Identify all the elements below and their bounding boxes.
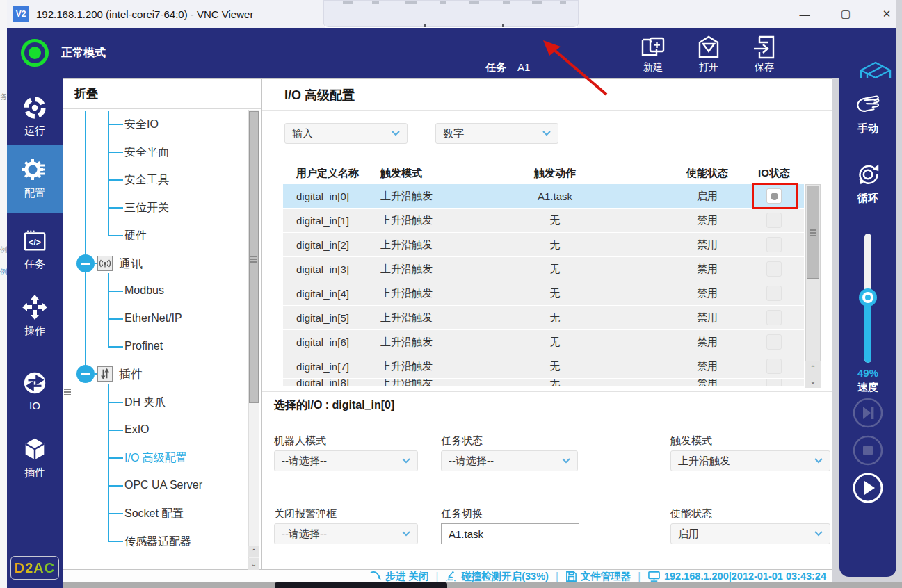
topbar-action-new[interactable]: 新建 bbox=[628, 33, 678, 74]
skip-next-button[interactable] bbox=[852, 397, 884, 429]
table-row-6[interactable]: digital_in[6]上升沿触发无禁用 bbox=[283, 330, 804, 354]
network-clock-status[interactable]: 192.168.1.200|2012-01-01 03:43:24 bbox=[647, 571, 826, 582]
statusbar-item-text: 步进 关闭 bbox=[385, 570, 428, 583]
table-row-3[interactable]: digital_in[3]上升沿触发无禁用 bbox=[283, 257, 804, 281]
tree-item-----[interactable]: 三位开关 bbox=[124, 201, 169, 215]
plugin-node-icon bbox=[97, 366, 113, 382]
table-row-0[interactable]: digital_in[0]上升沿触发A1.task启用 bbox=[283, 184, 804, 208]
tree-scroll-up-button[interactable]: ⌃ bbox=[248, 546, 259, 557]
table-row-1[interactable]: digital_in[1]上升沿触发无禁用 bbox=[283, 209, 804, 232]
table-scroll-up-button[interactable]: ⌃ bbox=[805, 361, 821, 375]
tree-item-profinet[interactable]: Profinet bbox=[124, 340, 163, 352]
chevron-down-icon bbox=[814, 531, 823, 537]
sidebar-item-config[interactable]: 配置 bbox=[7, 145, 63, 213]
tree-item-socket---[interactable]: Socket 配置 bbox=[124, 507, 184, 521]
sidebar-item-task[interactable]: </>任务 bbox=[7, 222, 63, 278]
tree-item-ethernet-ip[interactable]: EtherNet/IP bbox=[124, 312, 182, 325]
tree-connector-line bbox=[108, 430, 123, 431]
field-value: 上升沿触发 bbox=[678, 455, 730, 468]
play-button[interactable] bbox=[852, 472, 884, 504]
speed-slider-handle[interactable] bbox=[859, 288, 877, 307]
close-alarm-popup-select[interactable]: --请选择-- bbox=[274, 523, 418, 544]
maximize-button[interactable]: ▢ bbox=[830, 0, 862, 28]
stop-icon bbox=[852, 434, 884, 466]
io-status-row-6[interactable] bbox=[766, 334, 782, 350]
tree-collapse-toggle[interactable] bbox=[76, 365, 95, 383]
statusbar-item-text: 碰撞检测开启(33%) bbox=[461, 570, 549, 583]
io-status-row-3[interactable] bbox=[766, 261, 782, 277]
tree-collapse-toggle[interactable] bbox=[76, 254, 95, 272]
minimize-button[interactable]: — bbox=[789, 0, 821, 28]
table-scroll-down-button[interactable]: ⌄ bbox=[805, 375, 821, 388]
chevron-down-icon bbox=[402, 531, 410, 537]
cell-trigger-action: 无 bbox=[467, 233, 643, 256]
tree-node-plugin[interactable]: 插件 bbox=[119, 366, 143, 382]
tree-node-comm[interactable]: 通讯 bbox=[119, 256, 143, 272]
tree-item-opc-ua-server[interactable]: OPC UA Server bbox=[124, 479, 202, 491]
robot-mode-select[interactable]: --请选择-- bbox=[274, 450, 418, 471]
io-status-row-7[interactable] bbox=[766, 359, 782, 374]
collision-detect-toggle[interactable]: 碰撞检测开启(33%) bbox=[445, 570, 549, 583]
io-status-row-8[interactable] bbox=[766, 379, 782, 386]
tree-item-----[interactable]: 安全平面 bbox=[124, 145, 169, 160]
selected-io-label: 选择的I/O : digital_in[0] bbox=[274, 398, 394, 413]
io-status-row-1[interactable] bbox=[766, 213, 782, 228]
io-direction-select[interactable]: 输入 bbox=[284, 123, 408, 144]
enable-state-select[interactable]: 启用 bbox=[670, 523, 830, 544]
close-alarm-popup-label: 关闭报警弹框 bbox=[274, 507, 337, 521]
tree-item-dh---[interactable]: DH 夹爪 bbox=[124, 395, 166, 410]
tree-scroll-down-button[interactable]: ⌄ bbox=[248, 558, 259, 570]
io-status-row-5[interactable] bbox=[766, 310, 782, 325]
task-switch-input[interactable]: A1.task bbox=[441, 523, 579, 544]
table-row-2[interactable]: digital_in[2]上升沿触发无禁用 bbox=[283, 233, 804, 256]
tree-item-modbus[interactable]: Modbus bbox=[124, 284, 164, 297]
sidebar-item-run[interactable]: 运行 bbox=[7, 89, 63, 145]
table-scrollbar-thumb[interactable] bbox=[807, 186, 819, 279]
d2ac-badge[interactable]: D2AC bbox=[10, 556, 59, 580]
comm-icon bbox=[97, 256, 113, 271]
tree-item---io[interactable]: 安全IO bbox=[124, 117, 159, 132]
table-row-7[interactable]: digital_in[7]上升沿触发无禁用 bbox=[283, 354, 804, 378]
sidebar-item-io[interactable]: IO bbox=[7, 364, 63, 420]
file-manager-button[interactable]: 文件管理器 bbox=[565, 570, 631, 583]
cycle-mode-icon[interactable] bbox=[853, 160, 883, 189]
io-status-row-4[interactable] bbox=[766, 286, 782, 301]
topbar-action-save[interactable]: 保存 bbox=[739, 33, 789, 74]
io-type-select[interactable]: 数字 bbox=[435, 123, 558, 144]
tree-connector-line bbox=[108, 384, 109, 541]
task-state-select[interactable]: --请选择-- bbox=[441, 450, 578, 471]
tree-item-exio[interactable]: ExIO bbox=[124, 423, 150, 436]
topbar-action-open[interactable]: 打开 bbox=[684, 33, 734, 74]
cell-trigger-mode: 上升沿触发 bbox=[380, 184, 433, 208]
chevron-down-icon bbox=[392, 131, 400, 136]
table-row-8[interactable]: digital_in[8]上升沿触发无禁用 bbox=[283, 379, 804, 386]
chevron-down-icon bbox=[402, 458, 410, 464]
sidebar-item-label: 配置 bbox=[24, 187, 45, 200]
cell-trigger-mode: 上升沿触发 bbox=[380, 257, 433, 281]
statusbar-item-text: 文件管理器 bbox=[581, 570, 631, 583]
sidebar-item-operate[interactable]: 操作 bbox=[7, 288, 63, 343]
table-row-4[interactable]: digital_in[4]上升沿触发无禁用 bbox=[283, 281, 804, 305]
stop-button[interactable] bbox=[852, 434, 884, 466]
tree-item-------[interactable]: 传感器适配器 bbox=[124, 534, 191, 549]
cell-trigger-action: 无 bbox=[467, 379, 643, 386]
tree-scrollbar-thumb[interactable] bbox=[249, 111, 259, 403]
vnc-hover-toolbar[interactable] bbox=[323, 0, 579, 28]
field-value: --请选择-- bbox=[282, 528, 327, 541]
sidebar-item-plugin[interactable]: 插件 bbox=[7, 431, 63, 487]
table-row-5[interactable]: digital_in[5]上升沿触发无禁用 bbox=[283, 306, 804, 329]
tree-item-i-o-----[interactable]: I/O 高级配置 bbox=[124, 451, 187, 466]
manual-mode-label[interactable]: 手动 bbox=[839, 122, 896, 136]
close-button[interactable]: ✕ bbox=[871, 0, 902, 28]
step-toggle[interactable]: 步进 关闭 bbox=[369, 570, 428, 583]
manual-mode-icon[interactable] bbox=[853, 90, 883, 120]
io-status-row-2[interactable] bbox=[766, 237, 782, 252]
tree-item---[interactable]: 硬件 bbox=[124, 229, 147, 243]
run-icon bbox=[22, 95, 48, 121]
tree-connector-line bbox=[85, 111, 86, 374]
tree-collapse-header[interactable]: 折叠 bbox=[63, 79, 261, 109]
tree-item-----[interactable]: 安全工具 bbox=[124, 173, 169, 188]
field-value: A1.task bbox=[449, 528, 483, 540]
cycle-mode-label[interactable]: 循环 bbox=[839, 192, 896, 205]
trigger-mode-select[interactable]: 上升沿触发 bbox=[670, 450, 830, 471]
